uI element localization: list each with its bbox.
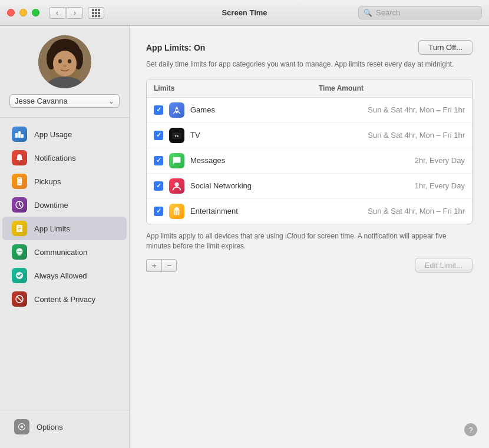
grid-icon [92,9,100,17]
row-checkbox-tv[interactable]: ✓ [154,131,163,140]
svg-point-23 [18,254,21,256]
checkmark-icon: ✓ [156,157,161,164]
titlebar: ‹ › Screen Time 🔍 Search [0,0,489,26]
footer-text: App limits apply to all devices that are… [146,231,473,251]
app-limits-icon [12,221,27,236]
svg-point-32 [176,109,178,111]
svg-rect-11 [15,133,18,138]
svg-point-5 [53,51,77,77]
svg-point-26 [21,251,22,252]
checkmark-icon: ✓ [156,207,161,215]
table-row[interactable]: ✓ Entertainme [147,199,472,224]
sidebar-item-label: Notifications [34,154,76,162]
svg-rect-12 [18,131,21,138]
svg-point-7 [68,59,71,64]
messages-icon [169,153,184,168]
svg-rect-37 [174,211,180,215]
svg-point-42 [177,207,179,210]
forward-button[interactable]: › [67,7,83,19]
main-layout: Jesse Cavanna ⌄ App Usage [0,26,489,448]
avatar [38,35,91,88]
sidebar-item-always-allowed[interactable]: Always Allowed [2,264,127,287]
search-bar[interactable]: 🔍 Search [358,6,482,19]
sidebar-item-app-limits[interactable]: App Limits [2,217,127,240]
options-icon [14,419,29,434]
sidebar-item-options[interactable]: Options [5,415,124,439]
sidebar-item-content-privacy[interactable]: Content & Privacy [2,287,127,311]
table-row[interactable]: ✓ TV TV Sun & Sat 4hr, Mon – Fri 1hr [147,123,472,148]
row-checkbox-messages[interactable]: ✓ [154,156,163,165]
row-name-games: Games [190,105,362,114]
table-row[interactable]: ✓ Messages 2hr, Every Day [147,148,472,174]
back-button[interactable]: ‹ [49,7,65,19]
svg-point-24 [18,251,19,252]
checkmark-icon: ✓ [156,131,161,139]
sidebar-item-pickups[interactable]: Pickups [2,170,127,193]
svg-point-8 [63,65,67,67]
row-name-messages: Messages [190,156,409,165]
row-name-tv: TV [190,131,362,140]
user-selector[interactable]: Jesse Cavanna ⌄ [9,94,120,108]
notifications-icon [12,150,27,165]
row-checkbox-social[interactable]: ✓ [154,181,163,191]
close-button[interactable] [7,9,15,16]
communication-icon [12,244,27,260]
row-time-social: 1hr, Every Day [415,181,465,190]
row-time-messages: 2hr, Every Day [415,156,465,165]
svg-line-29 [17,297,22,302]
table-header: Limits Time Amount [147,79,472,98]
search-icon: 🔍 [364,9,372,17]
svg-point-6 [58,59,62,64]
maximize-button[interactable] [32,9,39,16]
sidebar-item-label: Downtime [34,201,68,210]
svg-point-25 [19,251,20,252]
limits-table: Limits Time Amount ✓ Games Sun & S [146,79,473,224]
edit-limit-button[interactable]: Edit Limit... [415,258,473,273]
traffic-lights [7,9,39,16]
row-time-entertainment: Sun & Sat 4hr, Mon – Fri 1hr [368,207,465,215]
row-checkbox-games[interactable]: ✓ [154,105,163,115]
sidebar-item-app-usage[interactable]: App Usage [2,122,127,146]
add-remove-buttons: + − [146,259,177,272]
nav-items-list: App Usage Notifications [0,122,129,405]
sidebar-item-label: Always Allowed [34,271,87,280]
col-limits-header: Limits [154,84,319,92]
content-area: App Limits: On Turn Off... Set daily tim… [130,26,489,448]
action-buttons: + − Edit Limit... [146,258,473,273]
svg-rect-16 [18,183,21,184]
table-row[interactable]: ✓ Social Networking 1hr, Every Day [147,174,472,199]
row-time-games: Sun & Sat 4hr, Mon – Fri 1hr [368,105,465,114]
always-allowed-icon [12,268,27,283]
help-button[interactable]: ? [464,423,477,436]
turn-off-button[interactable]: Turn Off... [418,40,473,55]
checkmark-icon: ✓ [156,182,161,190]
col-time-header: Time Amount [319,84,364,92]
add-limit-button[interactable]: + [146,259,161,272]
row-time-tv: Sun & Sat 4hr, Mon – Fri 1hr [368,131,465,140]
sidebar-item-notifications[interactable]: Notifications [2,146,127,170]
row-checkbox-entertainment[interactable]: ✓ [154,207,163,216]
sidebar: Jesse Cavanna ⌄ App Usage [0,26,130,448]
nav-buttons: ‹ › [49,7,83,19]
svg-rect-13 [21,134,24,138]
minimize-button[interactable] [19,9,27,16]
app-limits-header: App Limits: On Turn Off... [146,40,473,55]
pickups-icon [12,174,27,189]
svg-rect-20 [18,228,21,229]
sidebar-item-label: Options [37,423,63,432]
sidebar-item-label: Content & Privacy [34,295,95,304]
row-name-entertainment: Entertainment [190,207,362,215]
row-name-social: Social Networking [190,181,409,190]
table-row[interactable]: ✓ Games Sun & Sat 4hr, Mon – Fri 1hr [147,98,472,123]
social-networking-icon [169,178,184,194]
svg-point-36 [174,182,179,186]
sidebar-item-downtime[interactable]: Downtime [2,193,127,217]
remove-limit-button[interactable]: − [161,259,177,272]
window-title: Screen Time [222,8,267,17]
app-limits-title: App Limits: On [146,43,205,52]
user-section: Jesse Cavanna ⌄ [0,35,129,118]
sidebar-item-label: App Limits [34,224,70,233]
sidebar-item-communication[interactable]: Communication [2,240,127,264]
search-input[interactable]: Search [376,8,477,17]
grid-button[interactable] [88,7,104,19]
